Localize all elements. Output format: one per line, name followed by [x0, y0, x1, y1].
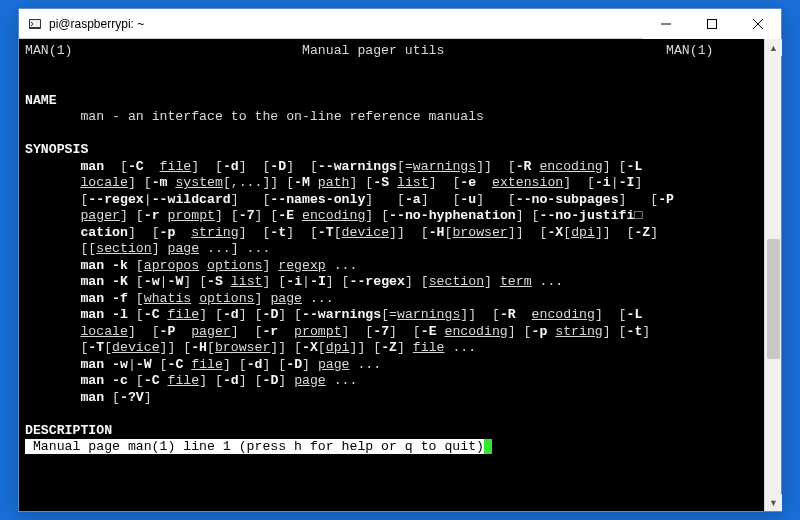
man-header-right: MAN(1): [666, 43, 713, 58]
chevron-down-icon: ▼: [769, 498, 778, 508]
svg-line-4: [753, 19, 763, 29]
terminal-body: MAN(1) Manual pager utils MAN(1) NAME ma…: [19, 39, 781, 511]
scroll-up-button[interactable]: ▲: [765, 39, 782, 56]
titlebar[interactable]: pi@raspberrypi: ~: [19, 9, 781, 39]
man-header-left: MAN(1): [25, 43, 72, 58]
app-icon: [27, 16, 43, 32]
minimize-button[interactable]: [643, 9, 689, 39]
cursor-icon: [484, 439, 492, 454]
name-heading: NAME: [25, 93, 57, 108]
chevron-up-icon: ▲: [769, 43, 778, 53]
terminal-window: pi@raspberrypi: ~ MAN(1) Manual pager ut…: [18, 8, 782, 512]
svg-line-5: [753, 19, 763, 29]
synopsis-heading: SYNOPSIS: [25, 142, 88, 157]
maximize-button[interactable]: [689, 9, 735, 39]
close-button[interactable]: [735, 9, 781, 39]
name-line: man - an interface to the on-line refere…: [80, 109, 484, 124]
scrollbar-thumb[interactable]: [767, 239, 780, 359]
man-header-center: Manual pager utils: [302, 43, 444, 58]
svg-rect-3: [708, 19, 717, 28]
description-heading: DESCRIPTION: [25, 423, 112, 438]
pager-status-line: Manual page man(1) line 1 (press h for h…: [25, 439, 484, 454]
terminal-content[interactable]: MAN(1) Manual pager utils MAN(1) NAME ma…: [19, 39, 764, 511]
scrollbar[interactable]: ▲ ▼: [764, 39, 781, 511]
window-title: pi@raspberrypi: ~: [49, 17, 643, 31]
scroll-down-button[interactable]: ▼: [765, 494, 782, 511]
